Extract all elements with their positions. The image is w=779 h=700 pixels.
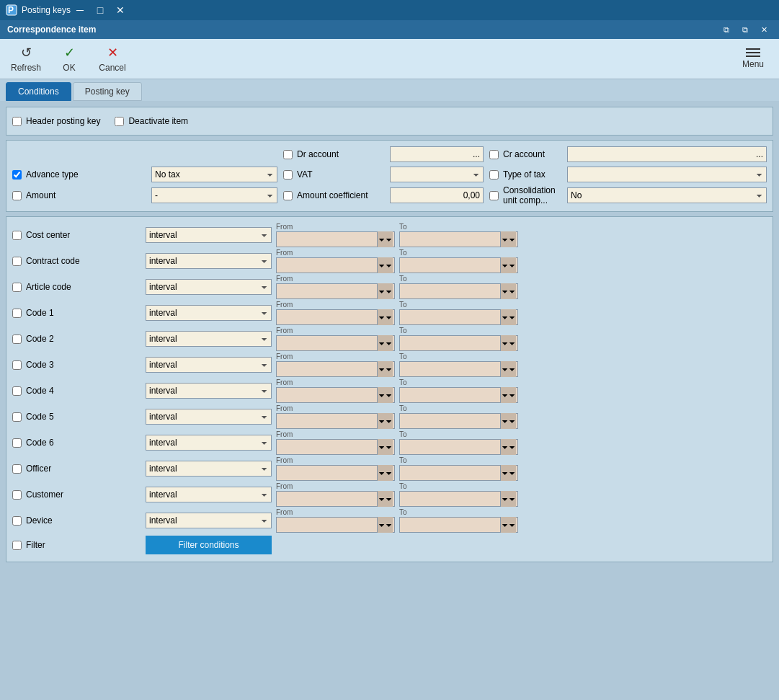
- cond-checkbox-code-3[interactable]: [12, 360, 22, 370]
- cr-account-field[interactable]: ...: [567, 146, 767, 162]
- cond-to-input-cost-center[interactable]: ⏷⏷: [399, 231, 518, 247]
- cond-checkbox-code-1[interactable]: [12, 309, 22, 318]
- cond-dropdown-contract-code[interactable]: interval ⏷: [146, 253, 272, 269]
- amount-dropdown[interactable]: - ⏷: [151, 187, 277, 203]
- cond-checkbox-cost-center[interactable]: [12, 231, 22, 240]
- header-posting-key-input[interactable]: [12, 117, 22, 126]
- cr-account-input[interactable]: [489, 150, 499, 159]
- cond-dropdown-code-4[interactable]: interval ⏷: [146, 383, 272, 399]
- dr-account-field[interactable]: ...: [390, 146, 484, 162]
- cr-account-checkbox[interactable]: Cr account: [489, 149, 561, 159]
- cond-dropdown-code-5[interactable]: interval ⏷: [146, 409, 272, 425]
- filter-checkbox[interactable]: [12, 541, 22, 550]
- cond-to-btn-code-1[interactable]: ⏷⏷: [500, 309, 516, 325]
- cond-from-btn-code-3[interactable]: ⏷⏷: [377, 361, 393, 377]
- close-button[interactable]: ✕: [111, 2, 130, 18]
- cond-from-btn-code-2[interactable]: ⏷⏷: [377, 335, 393, 351]
- cond-to-input-code-3[interactable]: ⏷⏷: [399, 361, 518, 377]
- cond-to-input-customer[interactable]: ⏷⏷: [399, 491, 518, 507]
- cond-to-btn-code-2[interactable]: ⏷⏷: [500, 335, 516, 351]
- refresh-button[interactable]: ↺ Refresh: [6, 42, 46, 76]
- cond-to-btn-article-code[interactable]: ⏷⏷: [500, 283, 516, 299]
- cond-from-btn-article-code[interactable]: ⏷⏷: [377, 283, 393, 299]
- cond-checkbox-code-6[interactable]: [12, 438, 22, 448]
- advance-type-dropdown[interactable]: No tax ⏷: [151, 167, 277, 182]
- cond-dropdown-code-2[interactable]: interval ⏷: [146, 331, 272, 347]
- cond-from-input-code-6[interactable]: ⏷⏷: [276, 439, 395, 455]
- cond-from-input-device[interactable]: ⏷⏷: [276, 517, 395, 533]
- cond-to-btn-officer[interactable]: ⏷⏷: [500, 465, 516, 481]
- cond-to-input-device[interactable]: ⏷⏷: [399, 517, 518, 533]
- cond-from-input-code-3[interactable]: ⏷⏷: [276, 361, 395, 377]
- cond-to-btn-code-3[interactable]: ⏷⏷: [500, 361, 516, 377]
- cond-from-input-contract-code[interactable]: ⏷⏷: [276, 257, 395, 273]
- cond-to-input-code-1[interactable]: ⏷⏷: [399, 309, 518, 325]
- advance-type-checkbox[interactable]: Advance type: [12, 169, 146, 180]
- cond-to-btn-cost-center[interactable]: ⏷⏷: [500, 231, 516, 247]
- cond-to-input-contract-code[interactable]: ⏷⏷: [399, 257, 518, 273]
- cond-dropdown-article-code[interactable]: interval ⏷: [146, 279, 272, 295]
- amount-input[interactable]: [12, 191, 22, 200]
- consolidation-dropdown[interactable]: No ⏷: [567, 187, 767, 203]
- cond-to-btn-code-6[interactable]: ⏷⏷: [500, 439, 516, 455]
- cond-from-input-code-5[interactable]: ⏷⏷: [276, 413, 395, 429]
- cond-from-btn-device[interactable]: ⏷⏷: [377, 517, 393, 533]
- cond-from-btn-contract-code[interactable]: ⏷⏷: [377, 257, 393, 273]
- cond-dropdown-cost-center[interactable]: interval ⏷: [146, 227, 272, 243]
- cond-checkbox-contract-code[interactable]: [12, 257, 22, 266]
- cond-from-btn-code-5[interactable]: ⏷⏷: [377, 413, 393, 429]
- cond-from-btn-code-1[interactable]: ⏷⏷: [377, 309, 393, 325]
- amount-coeff-input[interactable]: [283, 191, 293, 200]
- cond-checkbox-code-2[interactable]: [12, 335, 22, 344]
- cond-checkbox-article-code[interactable]: [12, 283, 22, 292]
- cond-from-input-code-2[interactable]: ⏷⏷: [276, 335, 395, 351]
- vat-checkbox[interactable]: VAT: [283, 169, 384, 180]
- cond-dropdown-customer[interactable]: interval ⏷: [146, 487, 272, 502]
- menu-button[interactable]: Menu: [733, 42, 773, 76]
- cond-dropdown-device[interactable]: interval ⏷: [146, 513, 272, 528]
- cond-dropdown-code-6[interactable]: interval ⏷: [146, 435, 272, 451]
- amount-coeff-checkbox[interactable]: Amount coefficient: [283, 190, 384, 200]
- advance-type-input[interactable]: [12, 170, 22, 180]
- tile-button[interactable]: ⧉: [737, 23, 753, 36]
- cond-from-btn-code-6[interactable]: ⏷⏷: [377, 439, 393, 455]
- cond-to-btn-device[interactable]: ⏷⏷: [500, 517, 516, 533]
- cond-from-input-code-4[interactable]: ⏷⏷: [276, 387, 395, 403]
- type-of-tax-input[interactable]: [489, 170, 499, 180]
- corr-close-button[interactable]: ✕: [756, 23, 772, 36]
- cond-to-input-code-2[interactable]: ⏷⏷: [399, 335, 518, 351]
- cond-to-btn-code-4[interactable]: ⏷⏷: [500, 387, 516, 403]
- cond-dropdown-code-1[interactable]: interval ⏷: [146, 305, 272, 321]
- type-of-tax-checkbox[interactable]: Type of tax: [489, 169, 561, 180]
- cond-checkbox-code-5[interactable]: [12, 412, 22, 422]
- cond-from-btn-code-4[interactable]: ⏷⏷: [377, 387, 393, 403]
- amount-coeff-field[interactable]: [390, 187, 484, 203]
- cond-from-btn-officer[interactable]: ⏷⏷: [377, 465, 393, 481]
- cond-from-input-cost-center[interactable]: ⏷⏷: [276, 231, 395, 247]
- cond-checkbox-code-4[interactable]: [12, 386, 22, 396]
- dr-account-input[interactable]: [283, 150, 293, 159]
- filter-conditions-button[interactable]: Filter conditions: [146, 536, 272, 554]
- vat-input[interactable]: [283, 170, 293, 180]
- tab-conditions[interactable]: Conditions: [6, 82, 71, 101]
- minimize-button[interactable]: ─: [71, 2, 89, 18]
- header-posting-key-checkbox[interactable]: Header posting key: [12, 116, 100, 126]
- cond-from-input-officer[interactable]: ⏷⏷: [276, 465, 395, 481]
- cond-to-input-officer[interactable]: ⏷⏷: [399, 465, 518, 481]
- cond-from-input-article-code[interactable]: ⏷⏷: [276, 283, 395, 299]
- consolidation-input[interactable]: [489, 191, 499, 200]
- cond-from-btn-cost-center[interactable]: ⏷⏷: [377, 231, 393, 247]
- cond-to-input-code-6[interactable]: ⏷⏷: [399, 439, 518, 455]
- ok-button[interactable]: ✓ OK: [49, 42, 89, 76]
- tab-posting-key[interactable]: Posting key: [73, 82, 142, 101]
- deactivate-item-input[interactable]: [115, 117, 124, 126]
- dr-account-checkbox[interactable]: Dr account: [283, 149, 384, 159]
- cond-to-btn-contract-code[interactable]: ⏷⏷: [500, 257, 516, 273]
- maximize-button[interactable]: □: [91, 2, 110, 18]
- cond-from-input-customer[interactable]: ⏷⏷: [276, 491, 395, 507]
- vat-dropdown[interactable]: ⏷: [390, 167, 484, 182]
- cond-from-input-code-1[interactable]: ⏷⏷: [276, 309, 395, 325]
- amount-checkbox[interactable]: Amount: [12, 190, 146, 200]
- cond-checkbox-device[interactable]: [12, 516, 22, 526]
- cond-to-btn-code-5[interactable]: ⏷⏷: [500, 413, 516, 429]
